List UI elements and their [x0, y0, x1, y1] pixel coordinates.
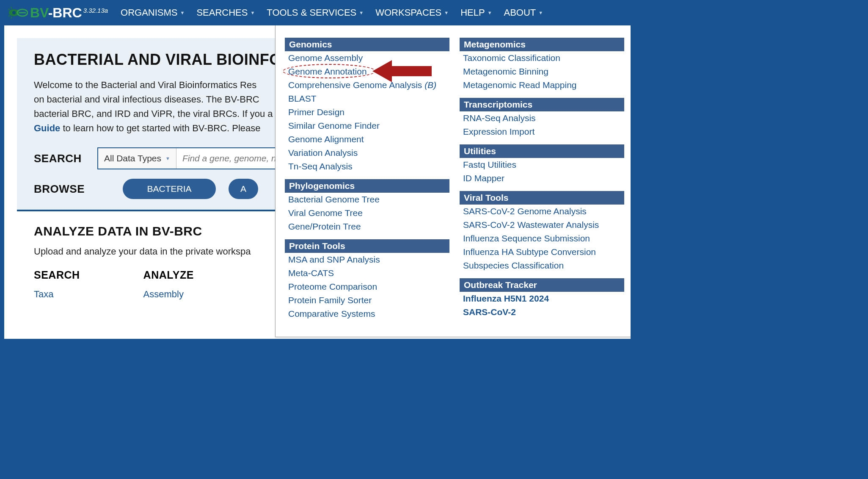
link-sarscov2-tracker[interactable]: SARS-CoV-2 — [460, 305, 624, 319]
search-label: SEARCH — [34, 152, 97, 165]
link-fastq-utilities[interactable]: Fastq Utilities — [460, 158, 624, 172]
svg-point-1 — [12, 11, 16, 14]
group-header: Genomics — [285, 38, 449, 51]
group-phylogenomics: Phylogenomics Bacterial Genome Tree Vira… — [285, 179, 449, 233]
svg-line-7 — [11, 17, 12, 19]
column-head: SEARCH — [34, 269, 80, 281]
dropdown-col-2: Metagenomics Taxonomic Classification Me… — [460, 38, 624, 327]
group-header: Utilities — [460, 144, 624, 158]
assembly-link[interactable]: Assembly — [143, 289, 194, 300]
page-content: BACTERIAL AND VIRAL BIOINFOR Welcome to … — [4, 25, 631, 339]
link-taxonomic-classification[interactable]: Taxonomic Classification — [460, 51, 624, 65]
link-similar-genome-finder[interactable]: Similar Genome Finder — [285, 119, 449, 133]
nav-label: SEARCHES — [196, 7, 248, 18]
link-sarscov2-wastewater-analysis[interactable]: SARS-CoV-2 Wastewater Analysis — [460, 218, 624, 232]
browse-bacteria-button[interactable]: BACTERIA — [123, 179, 216, 199]
group-header: Phylogenomics — [285, 179, 449, 193]
guide-link[interactable]: Guide — [34, 123, 60, 133]
link-bacterial-genome-tree[interactable]: Bacterial Genome Tree — [285, 193, 449, 206]
link-id-mapper[interactable]: ID Mapper — [460, 172, 624, 185]
group-viral-tools: Viral Tools SARS-CoV-2 Genome Analysis S… — [460, 191, 624, 272]
link-protein-family-sorter[interactable]: Protein Family Sorter — [285, 293, 449, 307]
group-header: Metagenomics — [460, 38, 624, 51]
nav-workspaces[interactable]: WORKSPACES▼ — [375, 7, 449, 18]
group-header: Viral Tools — [460, 191, 624, 205]
group-outbreak-tracker: Outbreak Tracker Influenza H5N1 2024 SAR… — [460, 278, 624, 319]
link-sarscov2-genome-analysis[interactable]: SARS-CoV-2 Genome Analysis — [460, 205, 624, 218]
chevron-down-icon: ▼ — [165, 156, 170, 161]
brand-brc: -BRC — [48, 5, 82, 20]
chevron-down-icon: ▼ — [538, 10, 543, 15]
tools-services-dropdown: Genomics Genome Assembly Genome Annotati… — [275, 25, 631, 337]
link-metagenomic-read-mapping[interactable]: Metagenomic Read Mapping — [460, 78, 624, 92]
nav-help[interactable]: HELP▼ — [460, 7, 492, 18]
brand-bv: BV — [30, 5, 48, 20]
link-gene-protein-tree[interactable]: Gene/Protein Tree — [285, 220, 449, 233]
main-nav: ORGANISMS▼ SEARCHES▼ TOOLS & SERVICES▼ W… — [121, 7, 543, 18]
nav-tools-services[interactable]: TOOLS & SERVICES▼ — [267, 7, 364, 18]
group-genomics: Genomics Genome Assembly Genome Annotati… — [285, 38, 449, 173]
group-protein-tools: Protein Tools MSA and SNP Analysis Meta-… — [285, 239, 449, 321]
browse-archaea-button[interactable]: A — [229, 179, 258, 199]
nav-label: ABOUT — [504, 7, 536, 18]
group-header: Protein Tools — [285, 239, 449, 253]
link-comprehensive-genome-analysis[interactable]: Comprehensive Genome Analysis (B) — [285, 78, 449, 92]
link-text: Comprehensive Genome Analysis — [288, 80, 424, 90]
group-utilities: Utilities Fastq Utilities ID Mapper — [460, 144, 624, 185]
topbar: BV-BRC 3.32.13a ORGANISMS▼ SEARCHES▼ TOO… — [0, 0, 635, 25]
nav-organisms[interactable]: ORGANISMS▼ — [121, 7, 185, 18]
link-viral-genome-tree[interactable]: Viral Genome Tree — [285, 206, 449, 220]
analyze-column: ANALYZE Assembly — [143, 269, 194, 304]
data-type-select[interactable]: All Data Types ▼ — [98, 148, 176, 169]
brand-logo[interactable]: BV-BRC 3.32.13a — [8, 5, 108, 21]
link-text: Genome Annotation — [288, 66, 367, 76]
nav-label: WORKSPACES — [375, 7, 441, 18]
brand-icon — [8, 6, 28, 19]
link-msa-snp-analysis[interactable]: MSA and SNP Analysis — [285, 253, 449, 266]
brand-text: BV-BRC — [30, 5, 82, 21]
chevron-down-icon: ▼ — [250, 10, 255, 15]
column-head: ANALYZE — [143, 269, 194, 281]
link-expression-import[interactable]: Expression Import — [460, 125, 624, 138]
svg-line-5 — [8, 15, 10, 17]
beta-badge: (B) — [424, 80, 436, 90]
svg-line-4 — [8, 8, 10, 10]
group-header: Transcriptomics — [460, 98, 624, 111]
svg-line-6 — [11, 7, 12, 9]
link-genome-alignment[interactable]: Genome Alignment — [285, 133, 449, 146]
link-blast[interactable]: BLAST — [285, 92, 449, 105]
link-genome-assembly[interactable]: Genome Assembly — [285, 51, 449, 65]
link-influenza-ha-subtype-conversion[interactable]: Influenza HA Subtype Conversion — [460, 245, 624, 259]
group-header: Outbreak Tracker — [460, 278, 624, 292]
nav-searches[interactable]: SEARCHES▼ — [196, 7, 255, 18]
link-proteome-comparison[interactable]: Proteome Comparison — [285, 280, 449, 293]
chevron-down-icon: ▼ — [359, 10, 364, 15]
chevron-down-icon: ▼ — [444, 10, 449, 15]
link-genome-annotation[interactable]: Genome Annotation — [285, 65, 449, 78]
taxa-link[interactable]: Taxa — [34, 289, 80, 300]
link-meta-cats[interactable]: Meta-CATS — [285, 266, 449, 280]
link-subspecies-classification[interactable]: Subspecies Classification — [460, 259, 624, 272]
link-metagenomic-binning[interactable]: Metagenomic Binning — [460, 65, 624, 78]
browse-label: BROWSE — [34, 183, 97, 196]
search-column: SEARCH Taxa — [34, 269, 80, 304]
link-influenza-h5n1-2024[interactable]: Influenza H5N1 2024 — [460, 292, 624, 305]
nav-label: HELP — [460, 7, 485, 18]
nav-about[interactable]: ABOUT▼ — [504, 7, 543, 18]
link-tnseq-analysis[interactable]: Tn-Seq Analysis — [285, 160, 449, 173]
link-variation-analysis[interactable]: Variation Analysis — [285, 146, 449, 160]
group-transcriptomics: Transcriptomics RNA-Seq Analysis Express… — [460, 98, 624, 138]
brand-version: 3.32.13a — [83, 7, 108, 14]
link-primer-design[interactable]: Primer Design — [285, 105, 449, 119]
chevron-down-icon: ▼ — [180, 10, 185, 15]
nav-label: TOOLS & SERVICES — [267, 7, 356, 18]
select-value: All Data Types — [104, 153, 161, 163]
group-metagenomics: Metagenomics Taxonomic Classification Me… — [460, 38, 624, 92]
dropdown-col-1: Genomics Genome Assembly Genome Annotati… — [285, 38, 449, 327]
link-rnaseq-analysis[interactable]: RNA-Seq Analysis — [460, 111, 624, 125]
nav-label: ORGANISMS — [121, 7, 177, 18]
link-comparative-systems[interactable]: Comparative Systems — [285, 307, 449, 321]
chevron-down-icon: ▼ — [488, 10, 492, 15]
link-influenza-sequence-submission[interactable]: Influenza Sequence Submission — [460, 232, 624, 245]
